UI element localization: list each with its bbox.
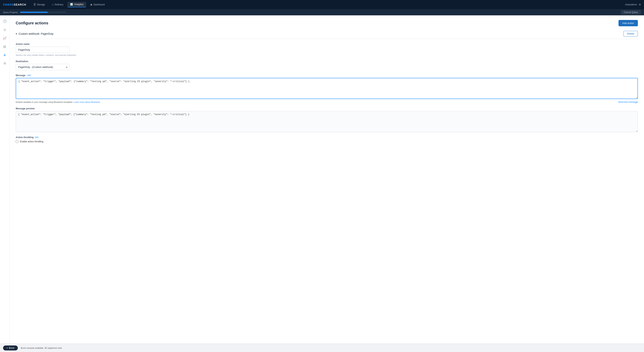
bottom-bar: » Burst Burst compute available, 36 regi… [0, 343, 644, 352]
sidebar-icon-target[interactable]: ◎ [1, 26, 8, 33]
dashboard-icon: ◉ [90, 3, 92, 6]
mustache-link[interactable]: Learn more about Mustache [74, 101, 100, 103]
nav-item-refinery[interactable]: ◇ Refinery [49, 2, 66, 7]
action-name-hint: Names can only contain letters, numbers,… [16, 54, 638, 56]
clock-icon: 🕐 [3, 19, 7, 23]
top-navigation: CHAOSSEARCH 🗄 Storage ◇ Refinery 📊 Analy… [0, 0, 644, 9]
burst-info-text: Burst compute available, 36 registered u… [21, 347, 62, 349]
message-textarea[interactable]: { "event_action": "trigger", "payload": … [16, 78, 638, 99]
action-name-label: Action name [16, 43, 638, 46]
analytics-icon: 📊 [70, 3, 73, 6]
burst-arrow-icon: » [6, 347, 8, 349]
storage-icon: 🗄 [34, 3, 36, 6]
sidebar-icon-table[interactable]: ▤ [1, 43, 8, 50]
send-test-button[interactable]: Send test message [618, 101, 638, 103]
progress-fill [20, 12, 48, 13]
app-logo: CHAOSSEARCH [3, 3, 26, 6]
message-preview-box: { "event_action": "trigger", "payload": … [16, 111, 638, 132]
chart-icon: 📈 [3, 36, 7, 40]
sidebar-icon-settings[interactable]: ⚙ [1, 60, 8, 67]
message-info-link[interactable]: Info [27, 74, 31, 77]
message-footer: Embed variables in your message using Mu… [16, 101, 638, 103]
section-title-text: Custom webhook: PagerDuty [18, 32, 54, 35]
logo-chaos: CHAOS [3, 3, 14, 6]
logo-search: SEARCH [14, 3, 26, 6]
nav-item-analytics[interactable]: 📊 Analytics [68, 2, 86, 7]
page-title: Configure actions [16, 21, 48, 25]
throttling-checkbox-row: Enable action throttling [16, 140, 638, 143]
burst-label: Burst [9, 347, 14, 349]
section-header: ▾ Custom webhook: PagerDuty Delete [16, 31, 638, 39]
sidebar: 🕐 ◎ 📈 ▤ A ⚙ [0, 15, 10, 352]
letter-a-icon: A [4, 53, 6, 57]
message-preview-label: Message preview [16, 107, 638, 110]
message-group: Message Info { "event_action": "trigger"… [16, 74, 638, 103]
section-title: ▾ Custom webhook: PagerDuty [16, 32, 54, 35]
message-preview-text: { "event_action": "trigger", "payload": … [18, 113, 189, 116]
gear-icon[interactable]: ⚙ [639, 3, 641, 6]
throttling-label: Action throttling Info [16, 136, 638, 139]
action-name-input[interactable] [16, 47, 70, 53]
action-name-group: Action name Names can only contain lette… [16, 43, 638, 56]
message-preview-group: Message preview { "event_action": "trigg… [16, 107, 638, 132]
progress-label: Query Progress [3, 11, 18, 14]
nav-label-dashboard: Dashboard [93, 3, 105, 6]
settings-icon: ⚙ [4, 62, 6, 65]
throttling-checkbox-label: Enable action throttling [20, 140, 43, 143]
nav-right: chaosdemo ⚙ [625, 3, 641, 6]
nav-label-storage: Storage [37, 3, 45, 6]
throttling-info-link[interactable]: Info [35, 136, 38, 139]
destination-label: Destination [16, 60, 638, 63]
destination-select[interactable]: PagerDuty - (Custom webhook) [16, 64, 70, 70]
message-footer-text: Embed variables in your message using Mu… [16, 101, 100, 103]
cancel-query-button[interactable]: Cancel Query [621, 10, 641, 15]
action-throttling-group: Action throttling Info Enable action thr… [16, 136, 638, 143]
table-icon: ▤ [3, 45, 6, 48]
refinery-icon: ◇ [52, 3, 54, 6]
sidebar-icon-chart[interactable]: 📈 [1, 35, 8, 42]
target-icon: ◎ [4, 28, 6, 32]
destination-group: Destination PagerDuty - (Custom webhook)… [16, 60, 638, 70]
nav-item-storage[interactable]: 🗄 Storage [31, 2, 48, 7]
sidebar-icon-letter-a[interactable]: A [1, 51, 8, 58]
username: chaosdemo [625, 3, 637, 6]
throttling-checkbox[interactable] [16, 140, 18, 143]
burst-button[interactable]: » Burst [3, 345, 18, 350]
sidebar-icon-clock[interactable]: 🕐 [1, 18, 8, 25]
page-header: Configure actions Add action [16, 20, 638, 26]
destination-select-wrapper: PagerDuty - (Custom webhook) ▾ [16, 64, 70, 70]
progress-track [20, 12, 66, 13]
delete-button[interactable]: Delete [623, 31, 638, 37]
chevron-down-icon[interactable]: ▾ [16, 32, 17, 35]
query-progress-bar: Query Progress Cancel Query [0, 9, 644, 15]
main-layout: 🕐 ◎ 📈 ▤ A ⚙ Configure actions Add action… [0, 15, 644, 352]
nav-label-analytics: Analytics [74, 3, 84, 6]
message-label: Message Info [16, 74, 638, 77]
nav-item-dashboard[interactable]: ◉ Dashboard [88, 2, 107, 7]
nav-label-refinery: Refinery [55, 3, 64, 6]
add-action-button[interactable]: Add action [618, 20, 638, 26]
main-content: Configure actions Add action ▾ Custom we… [10, 15, 644, 352]
